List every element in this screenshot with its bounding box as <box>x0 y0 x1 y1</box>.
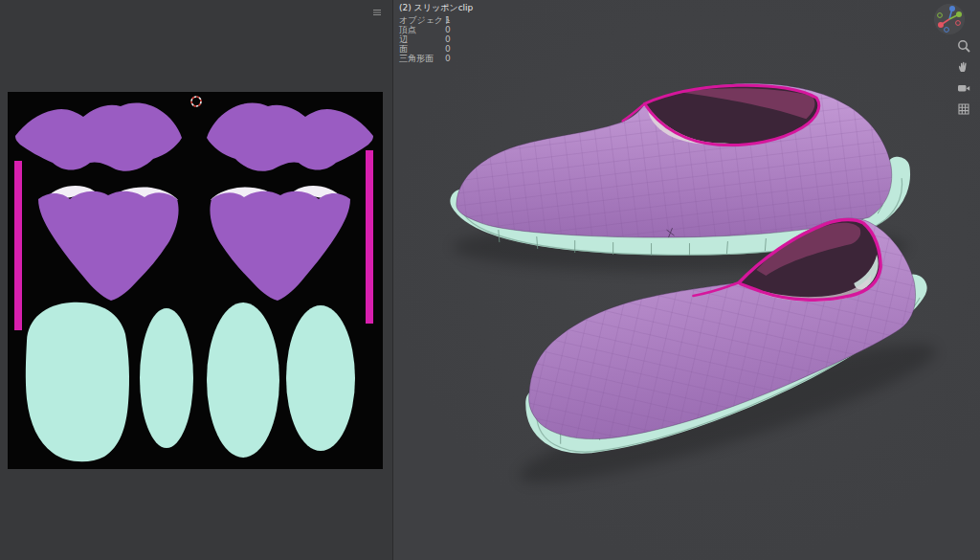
stat-vertices: 頂点 0 <box>399 25 473 34</box>
grid-ortho-icon[interactable] <box>956 101 971 117</box>
stat-label: 辺 <box>399 34 443 44</box>
pan-hand-icon[interactable] <box>956 59 971 75</box>
uv-island-sole-outer-right[interactable] <box>207 302 279 458</box>
uv-editor-panel <box>0 0 392 560</box>
uv-island-sole-outer-left[interactable] <box>26 302 129 461</box>
gizmo-x-dot[interactable] <box>938 22 944 28</box>
zoom-icon[interactable] <box>956 38 971 54</box>
gizmo-y-dot[interactable] <box>956 11 962 17</box>
stat-value: 0 <box>445 44 473 54</box>
stat-value: 1 <box>445 15 473 25</box>
scene-canvas[interactable] <box>393 0 980 560</box>
stats-overlay: (2) スリッポンclip オブジェクト 1 頂点 0 辺 0 面 0 三角形面… <box>399 3 473 63</box>
stat-edges: 辺 0 <box>399 34 473 44</box>
uv-island-insole-left[interactable] <box>140 308 193 448</box>
stat-objects: オブジェクト 1 <box>399 15 473 25</box>
viewport-tools <box>956 38 971 117</box>
stat-label: 面 <box>399 44 443 54</box>
camera-icon[interactable] <box>956 80 971 96</box>
stat-label: オブジェクト <box>399 15 443 25</box>
stat-value: 0 <box>445 34 473 44</box>
stat-faces: 面 0 <box>399 44 473 54</box>
gizmo-z-dot[interactable] <box>949 6 955 11</box>
nav-gizmo[interactable] <box>932 2 967 36</box>
uv-island-trim-right[interactable] <box>366 150 373 324</box>
stat-label: 頂点 <box>399 25 443 34</box>
stat-triangles: 三角形面 0 <box>399 54 473 63</box>
uv-island-trim-left[interactable] <box>14 161 22 330</box>
uv-layout-image <box>8 92 383 469</box>
uv-image-canvas[interactable] <box>8 92 383 469</box>
blender-window: (2) スリッポンclip オブジェクト 1 頂点 0 辺 0 面 0 三角形面… <box>0 0 980 560</box>
collection-title: (2) スリッポンclip <box>399 3 473 12</box>
stat-label: 三角形面 <box>399 54 443 63</box>
uv-island-insole-right[interactable] <box>286 305 355 451</box>
3d-viewport[interactable]: (2) スリッポンclip オブジェクト 1 頂点 0 辺 0 面 0 三角形面… <box>393 0 980 560</box>
stat-value: 0 <box>445 25 473 34</box>
editor-menu-icon[interactable] <box>371 4 383 15</box>
stat-value: 0 <box>445 54 473 63</box>
